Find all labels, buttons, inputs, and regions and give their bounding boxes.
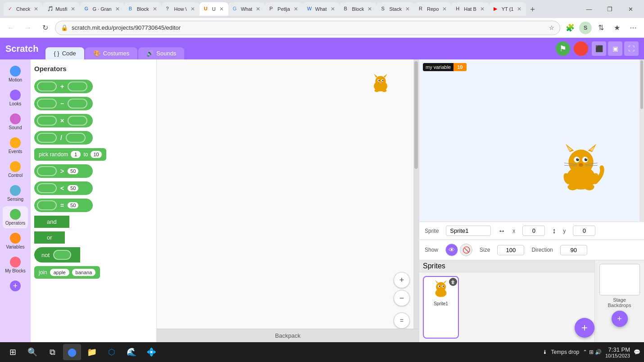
vscode-taskbar-btn[interactable]: ⬡ [103, 344, 121, 360]
join-val2[interactable]: banana [72, 269, 96, 276]
direction-input[interactable] [560, 245, 587, 255]
sidebar-item-sound[interactable]: Sound [3, 111, 28, 133]
block-minus[interactable]: − [34, 97, 93, 110]
back-button[interactable]: ← [4, 21, 18, 35]
stop-button[interactable] [574, 41, 588, 56]
search-button[interactable]: 🔍 [23, 344, 41, 360]
center-button[interactable]: = [394, 312, 410, 329]
size-input[interactable] [497, 245, 524, 255]
block-and[interactable]: and [34, 216, 69, 228]
left-input-plus[interactable] [37, 81, 57, 91]
extensions-icon[interactable]: 🧩 [563, 21, 577, 35]
tab-checklist[interactable]: ✓ Check ✕ [4, 2, 43, 16]
block-pick-random[interactable]: pick random 1 to 10 [34, 148, 106, 161]
sidebar-item-variables[interactable]: Variables [3, 230, 28, 252]
block-plus[interactable]: + [34, 80, 93, 93]
sidebar-item-control[interactable]: Control [3, 158, 28, 181]
zoom-out-button[interactable]: − [394, 290, 410, 306]
block-less[interactable]: < 50 [34, 181, 93, 195]
less-value[interactable]: 50 [68, 185, 78, 191]
join-val1[interactable]: apple [50, 269, 69, 276]
sidebar-item-my-blocks[interactable]: My Blocks [3, 254, 28, 276]
tab-close[interactable]: ✕ [480, 6, 485, 12]
tab-close[interactable]: ✕ [405, 6, 410, 12]
profile-icon[interactable]: S [579, 22, 592, 34]
explorer-taskbar-btn[interactable]: 📁 [83, 344, 101, 360]
pick-random-to-input[interactable]: 10 [91, 151, 101, 158]
code-scrollbar[interactable] [413, 59, 419, 329]
show-hidden-button[interactable]: 🚫 [460, 244, 472, 256]
sync-icon[interactable]: ⇅ [594, 21, 608, 35]
tab-close[interactable]: ✕ [331, 6, 335, 12]
sidebar-item-sensing[interactable]: Sensing [3, 182, 28, 204]
right-input-plus[interactable] [68, 81, 87, 91]
tab-repo[interactable]: R Repo ✕ [414, 2, 451, 16]
close-button[interactable]: ✕ [621, 2, 640, 16]
sidebar-item-operators[interactable]: Operators [3, 206, 28, 228]
restore-button[interactable]: ❐ [600, 2, 620, 16]
block-not[interactable]: not [34, 247, 80, 262]
tab-close[interactable]: ✕ [294, 6, 298, 12]
taskview-button[interactable]: ⧉ [43, 344, 61, 360]
visual-studio-taskbar-btn[interactable]: 💠 [142, 344, 160, 360]
forward-button[interactable]: → [21, 21, 35, 35]
tab-gram[interactable]: G G · Gran ✕ [80, 2, 124, 16]
sprite-name-input[interactable] [446, 226, 491, 236]
bookmark-icon[interactable]: ☆ [549, 24, 554, 31]
tab-what2[interactable]: W What ✕ [303, 2, 340, 16]
stage-scrollbar-thumb[interactable] [640, 60, 643, 109]
sidebar-item-extensions[interactable]: + [3, 278, 28, 295]
green-flag-button[interactable]: ⚑ [556, 41, 570, 56]
tab-close[interactable]: ✕ [367, 6, 372, 12]
left-input-multiply[interactable] [37, 116, 57, 126]
show-visible-button[interactable]: 👁 [445, 244, 458, 256]
sidebar-item-events[interactable]: Events [3, 135, 28, 157]
url-bar[interactable]: 🔒 scratch.mit.edu/projects/907730645/edi… [55, 21, 560, 35]
block-equal[interactable]: = 50 [34, 199, 93, 212]
scratch-tab-costumes[interactable]: 🎨 Costumes [85, 47, 138, 59]
tab-what1[interactable]: G What ✕ [228, 2, 265, 16]
add-sprite-button[interactable]: + [575, 318, 594, 338]
tab-close[interactable]: ✕ [517, 6, 522, 12]
favorites-icon[interactable]: ★ [610, 21, 624, 35]
notification-center-icon[interactable]: 💬 [634, 349, 640, 355]
code-scrollbar-thumb[interactable] [414, 61, 418, 169]
tab-stack[interactable]: S Stack ✕ [376, 2, 414, 16]
tab-close[interactable]: ✕ [190, 6, 195, 12]
start-button[interactable]: ⊞ [4, 344, 22, 360]
large-stage-button[interactable]: ▣ [608, 41, 622, 56]
scratch-tab-code[interactable]: { } Code [45, 47, 84, 59]
right-input-minus[interactable] [68, 99, 87, 109]
tab-petlja[interactable]: P Petlja ✕ [265, 2, 303, 16]
tab-close[interactable]: ✕ [442, 6, 447, 12]
left-input-minus[interactable] [37, 99, 57, 109]
edge-taskbar-btn[interactable]: 🌊 [122, 344, 141, 360]
tab-close[interactable]: ✕ [219, 6, 224, 12]
backpack-bar[interactable]: Backpack [157, 329, 419, 342]
tab-block2[interactable]: B Block ✕ [340, 2, 377, 16]
fullscreen-button[interactable]: ⛶ [624, 41, 639, 56]
left-input-divide[interactable] [37, 133, 57, 143]
equal-value[interactable]: 50 [68, 202, 78, 208]
tab-close[interactable]: ✕ [115, 6, 120, 12]
tab-block1[interactable]: B Block ✕ [124, 2, 162, 16]
left-input-less[interactable] [37, 183, 57, 193]
tab-close[interactable]: ✕ [71, 6, 75, 12]
greater-value[interactable]: 50 [68, 168, 78, 174]
scratch-tab-sounds[interactable]: 🔊 Sounds [138, 47, 184, 59]
sidebar-item-motion[interactable]: Motion [3, 63, 28, 85]
y-input[interactable] [573, 226, 595, 236]
sprite-card-sprite1[interactable]: 🗑 [423, 276, 459, 339]
tab-scratch-active[interactable]: U U ✕ [200, 2, 228, 16]
sidebar-item-looks[interactable]: Looks [3, 87, 28, 109]
block-divide[interactable]: / [34, 131, 93, 145]
add-backdrop-button[interactable]: + [612, 311, 628, 327]
browser-menu-icon[interactable]: ⋯ [626, 21, 640, 35]
sprite-delete-button[interactable]: 🗑 [449, 278, 457, 286]
code-canvas[interactable] [157, 59, 419, 342]
x-input[interactable] [522, 226, 545, 236]
stage-scrollbar[interactable] [639, 59, 644, 222]
block-or[interactable]: or [34, 231, 65, 244]
block-greater[interactable]: > 50 [34, 164, 93, 178]
tab-how[interactable]: ? How \ ✕ [162, 2, 200, 16]
